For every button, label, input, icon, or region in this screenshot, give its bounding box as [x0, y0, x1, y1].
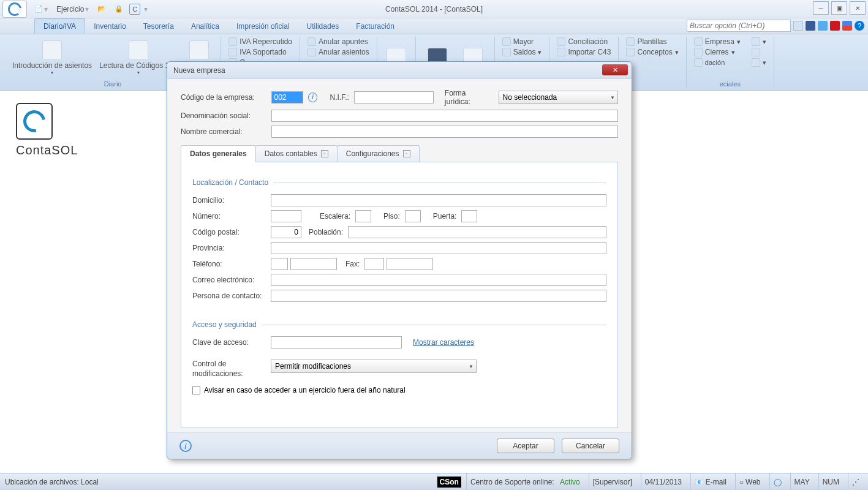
tab-datos-generales[interactable]: Datos generales	[181, 145, 256, 162]
help-icon[interactable]: ?	[855, 21, 864, 31]
tab-impresion[interactable]: Impresión oficial	[228, 19, 298, 34]
cancelar-button[interactable]: Cancelar	[562, 439, 619, 453]
domicilio-input[interactable]	[271, 194, 606, 206]
dacion-button[interactable]: dación	[692, 58, 743, 67]
saldos-button[interactable]: Saldos ▾	[500, 47, 545, 57]
titlebar: 📄▾ Ejercicio▾ 📂 🔒 C ▾ ContaSOL 2014 - [C…	[0, 0, 868, 18]
importar-c43-button[interactable]: Importar C43	[554, 47, 613, 57]
statusbar: Ubicación de archivos: Local CSon Centro…	[0, 473, 868, 490]
building-icon	[694, 37, 703, 46]
search-go-icon[interactable]	[793, 21, 803, 31]
doc-icon	[228, 48, 237, 56]
telefono-input[interactable]	[290, 258, 337, 270]
refresh-icon: ◯	[774, 478, 782, 486]
status-email[interactable]: 📧E-mail	[690, 473, 730, 490]
provincia-input[interactable]	[271, 242, 606, 254]
status-refresh[interactable]: ◯	[769, 473, 785, 490]
tools-button[interactable]: ▾	[749, 37, 769, 47]
telefono-prefix-input[interactable]	[271, 258, 288, 270]
iva-soportado-button[interactable]: IVA Soportado	[226, 47, 295, 57]
tag-icon	[626, 48, 635, 56]
conceptos-button[interactable]: Conceptos ▾	[624, 47, 681, 57]
search-input[interactable]	[687, 20, 791, 32]
status-web[interactable]: ○Web	[735, 473, 764, 490]
avisar-label: Avisar en caso de acceder a un ejercicio…	[204, 386, 406, 394]
more-button[interactable]: ▾	[749, 58, 769, 67]
tab-analitica[interactable]: Analítica	[183, 19, 228, 34]
dialog-titlebar[interactable]: Nueva empresa ✕	[167, 62, 632, 79]
maximize-button[interactable]: ▣	[831, 1, 847, 15]
ledger-icon	[502, 37, 511, 46]
mayor-button[interactable]: Mayor	[500, 37, 545, 47]
tab-diario-iva[interactable]: Diario/IVA	[34, 18, 85, 34]
dialog-close-button[interactable]: ✕	[602, 64, 628, 75]
google-icon[interactable]	[842, 21, 852, 31]
section-acceso: Acceso y seguridad	[192, 320, 606, 329]
plantillas-button[interactable]: Plantillas	[624, 37, 681, 47]
window-controls: ─ ▣ ✕	[813, 1, 866, 15]
status-ubicacion: Ubicación de archivos: Local	[5, 478, 432, 486]
cierres-button[interactable]: Cierres ▾	[692, 47, 743, 57]
qat-folder[interactable]: 📄▾	[32, 4, 50, 15]
status-resize-grip[interactable]: ⋰	[848, 473, 863, 490]
section-localizacion: Localización / Contacto	[192, 178, 606, 187]
qat-refresh[interactable]: C	[129, 4, 140, 15]
fax-prefix-input[interactable]	[364, 258, 384, 270]
facebook-icon[interactable]	[806, 21, 815, 31]
avisar-checkbox[interactable]	[192, 386, 200, 394]
aceptar-button[interactable]: Aceptar	[497, 439, 554, 453]
empresa-button[interactable]: Empresa ▾	[692, 37, 743, 47]
status-may: MAY	[790, 473, 813, 490]
quick-access-toolbar: 📄▾ Ejercicio▾ 📂 🔒 C ▾	[32, 4, 148, 15]
introduccion-asientos-button[interactable]: Introducción de asientos▾	[10, 37, 94, 79]
iva-repercutido-button[interactable]: IVA Repercutido	[226, 37, 295, 47]
mostrar-caracteres-link[interactable]: Mostrar caracteres	[413, 338, 474, 347]
poblacion-label: Población:	[309, 228, 343, 236]
qat-open[interactable]: 📂	[95, 4, 108, 14]
tab-inventario[interactable]: Inventario	[85, 19, 135, 34]
control-label: Control de modificaciones:	[192, 360, 271, 379]
info-icon[interactable]: i	[308, 92, 318, 102]
youtube-icon[interactable]	[830, 21, 840, 31]
template-icon	[626, 37, 635, 46]
piso-input[interactable]	[405, 210, 421, 222]
tab-datos-contables[interactable]: Datos contables◦	[255, 145, 338, 162]
qat-lock[interactable]: 🔒	[112, 4, 126, 14]
tab-utilidades[interactable]: Utilidades	[298, 19, 348, 34]
fax-input[interactable]	[387, 258, 433, 270]
conciliacion-button[interactable]: Conciliación	[554, 37, 613, 47]
control-select[interactable]: Permitir modificaciones	[271, 360, 477, 373]
persona-input[interactable]	[271, 290, 606, 302]
twitter-icon[interactable]	[818, 21, 828, 31]
numero-input[interactable]	[271, 210, 301, 222]
escalera-input[interactable]	[355, 210, 371, 222]
tab-facturacion[interactable]: Facturación	[347, 19, 403, 34]
escalera-label: Escalera:	[320, 212, 350, 221]
correo-label: Correo electrónico:	[192, 276, 271, 284]
close-window-button[interactable]: ✕	[850, 1, 866, 15]
settings-button[interactable]	[749, 47, 769, 57]
nombre-input[interactable]	[271, 126, 618, 138]
status-soporte[interactable]: Centro de Soporte online: Activo	[466, 473, 584, 490]
clave-input[interactable]	[271, 336, 402, 349]
correo-input[interactable]	[271, 274, 606, 286]
puerta-input[interactable]	[461, 210, 477, 222]
app-menu-button[interactable]	[2, 1, 27, 18]
cp-input[interactable]	[271, 226, 301, 238]
anular-apuntes-button[interactable]: Anular apuntes	[305, 37, 372, 47]
anular-asientos-button[interactable]: Anular asientos	[305, 47, 372, 57]
barcode-icon	[129, 40, 148, 60]
inner-tabs: Datos generales Datos contables◦ Configu…	[181, 145, 618, 162]
dialog-info-icon[interactable]: i	[179, 440, 192, 452]
tab-tesoreria[interactable]: Tesorería	[135, 19, 183, 34]
codigo-input[interactable]	[271, 91, 303, 104]
qat-ejercicio[interactable]: Ejercicio▾	[54, 4, 91, 15]
minimize-button[interactable]: ─	[813, 1, 829, 15]
edit-icon	[42, 40, 62, 60]
poblacion-input[interactable]	[348, 226, 606, 238]
cancel-icon	[308, 37, 316, 46]
nif-input[interactable]	[354, 91, 434, 104]
denominacion-input[interactable]	[271, 110, 618, 122]
forma-select[interactable]: No seleccionada	[499, 91, 618, 104]
tab-configuraciones[interactable]: Configuraciones◦	[337, 145, 420, 162]
